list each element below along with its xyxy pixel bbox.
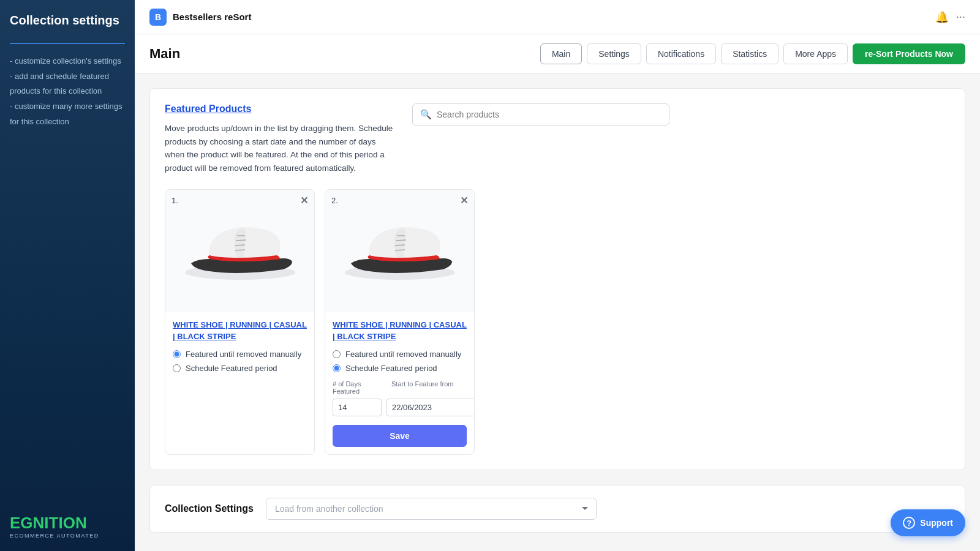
content-body: Featured Products Move products up/down …	[135, 73, 980, 551]
search-icon: 🔍	[420, 109, 432, 120]
product-1-radio-schedule[interactable]: Schedule Featured period	[173, 364, 307, 373]
more-icon[interactable]: ···	[956, 10, 965, 23]
logo-brand: EGNITION	[10, 514, 125, 533]
sidebar-nav: - customize collection's settings - add …	[10, 54, 125, 129]
logo-sub: ECOMMERCE AUTOMATED	[10, 533, 125, 539]
topbar-icons: 🔔 ···	[935, 10, 965, 24]
search-container: 🔍	[412, 103, 950, 126]
featured-products-section: Featured Products Move products up/down …	[149, 88, 965, 470]
product-2-number: 2.	[331, 196, 338, 205]
re-sort-button[interactable]: re-Sort Products Now	[853, 43, 965, 64]
product-2-info: WHITE SHOE | RUNNING | CASUAL | BLACK ST…	[325, 312, 474, 454]
product-2-close-button[interactable]: ✕	[460, 195, 468, 206]
product-2-name[interactable]: WHITE SHOE | RUNNING | CASUAL | BLACK ST…	[333, 320, 467, 342]
product-1-radio-schedule-label: Schedule Featured period	[186, 364, 277, 373]
product-1-number: 1.	[172, 196, 178, 205]
tab-more-apps[interactable]: More Apps	[783, 43, 848, 64]
svg-line-4	[235, 250, 245, 250]
start-label: Start to Feature from	[391, 380, 453, 395]
product-1-close-button[interactable]: ✕	[300, 195, 308, 206]
save-button[interactable]: Save	[333, 425, 467, 447]
app-name: Bestsellers reSort	[173, 12, 935, 22]
sidebar-title: Collection settings	[10, 12, 125, 28]
nav-tabs: Main Settings Notifications Statistics M…	[540, 43, 965, 64]
product-1-image	[165, 190, 314, 312]
sidebar-nav-item-3: - customize many more settings for this …	[10, 99, 125, 129]
collection-settings-label: Collection Settings	[165, 503, 254, 514]
sidebar: Collection settings - customize collecti…	[0, 0, 135, 551]
search-input[interactable]	[437, 110, 662, 119]
product-1-radio-manual-label: Featured until removed manually	[186, 350, 301, 359]
bell-icon[interactable]: 🔔	[935, 10, 949, 24]
featured-title: Featured Products	[165, 103, 398, 114]
svg-line-2	[236, 240, 246, 241]
product-2-radio-manual[interactable]: Featured until removed manually	[333, 350, 467, 359]
shoe-image-2	[339, 214, 461, 288]
product-2-radio-group: Featured until removed manually Schedule…	[333, 350, 467, 373]
featured-description-area: Featured Products Move products up/down …	[165, 103, 398, 174]
product-card-1: 1. ✕	[165, 189, 315, 454]
tab-main[interactable]: Main	[540, 43, 582, 64]
app-icon: B	[149, 9, 167, 26]
days-input[interactable]	[333, 399, 382, 416]
sidebar-nav-item-2: - add and schedule featured products for…	[10, 69, 125, 99]
product-card-2: 2. ✕	[325, 189, 475, 454]
svg-line-3	[235, 245, 245, 246]
support-icon: ?	[903, 517, 915, 529]
product-1-radio-group: Featured until removed manually Schedule…	[173, 350, 307, 373]
featured-header: Featured Products Move products up/down …	[165, 103, 950, 174]
featured-description: Move products up/down in the list by dra…	[165, 122, 398, 174]
product-2-radio-manual-label: Featured until removed manually	[345, 350, 461, 359]
product-2-image	[325, 190, 474, 312]
schedule-fields: # of Days Featured Start to Feature from…	[333, 380, 467, 447]
tab-settings[interactable]: Settings	[587, 43, 641, 64]
date-input[interactable]	[386, 399, 475, 416]
tab-statistics[interactable]: Statistics	[721, 43, 778, 64]
logo-rest: GNITION	[20, 514, 86, 532]
topbar: B Bestsellers reSort 🔔 ···	[135, 0, 980, 34]
content-header: Main Main Settings Notifications Statist…	[135, 34, 980, 73]
sidebar-nav-item-1: - customize collection's settings	[10, 54, 125, 69]
product-2-radio-schedule-label: Schedule Featured period	[345, 364, 437, 373]
svg-line-9	[395, 250, 405, 250]
svg-line-7	[396, 240, 406, 241]
shoe-image-1	[179, 214, 301, 288]
main-content: B Bestsellers reSort 🔔 ··· Main Main Set…	[135, 0, 980, 551]
support-button[interactable]: ? Support	[891, 509, 965, 536]
products-grid: 1. ✕	[165, 189, 950, 454]
product-1-radio-manual[interactable]: Featured until removed manually	[173, 350, 307, 359]
search-box: 🔍	[412, 103, 669, 126]
logo-e: E	[10, 514, 20, 532]
tab-notifications[interactable]: Notifications	[646, 43, 716, 64]
schedule-labels: # of Days Featured Start to Feature from	[333, 380, 467, 395]
product-1-info: WHITE SHOE | RUNNING | CASUAL | BLACK ST…	[165, 312, 314, 380]
product-1-name[interactable]: WHITE SHOE | RUNNING | CASUAL | BLACK ST…	[173, 320, 307, 342]
sidebar-divider	[10, 43, 125, 44]
collection-select[interactable]: Load from another collection	[266, 498, 597, 520]
days-label: # of Days Featured	[333, 380, 382, 395]
schedule-inputs	[333, 399, 467, 416]
collection-settings-section: Collection Settings Load from another co…	[149, 485, 965, 533]
support-label: Support	[920, 518, 953, 528]
svg-line-8	[395, 245, 405, 246]
sidebar-logo: EGNITION ECOMMERCE AUTOMATED	[10, 501, 125, 539]
page-title: Main	[149, 46, 540, 62]
product-2-radio-schedule[interactable]: Schedule Featured period	[333, 364, 467, 373]
